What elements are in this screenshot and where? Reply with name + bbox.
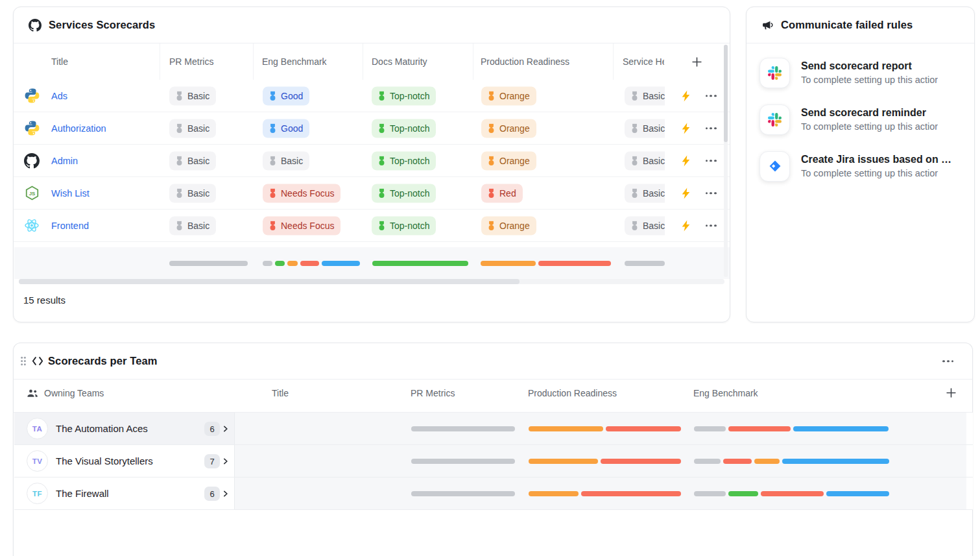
service-row[interactable]: JS Wish List BasicNeeds FocusTop-notchRe… — [14, 177, 730, 210]
github-icon — [23, 152, 40, 169]
production_readiness-badge: Orange — [481, 216, 536, 235]
bar-segment-red — [761, 491, 824, 496]
card-menu-button[interactable] — [940, 358, 957, 364]
expand-team-chevron-icon[interactable] — [221, 489, 230, 498]
column-header-service-health: Service He — [623, 43, 664, 80]
run-action-bolt-button[interactable] — [678, 185, 694, 201]
bar-segment-green — [728, 491, 758, 496]
horizontal-scrollbar-thumb[interactable] — [19, 279, 520, 284]
bar-segment-orange — [481, 261, 536, 266]
docs_maturity-badge: Top-notch — [372, 184, 436, 202]
service_health-badge: Basic — [625, 86, 665, 105]
service_health-badge: Basic — [625, 119, 665, 138]
service-title-link[interactable]: Ads — [51, 80, 67, 112]
rule-subtitle: To complete setting up this actior — [801, 75, 938, 85]
run-action-bolt-button[interactable] — [678, 88, 694, 104]
automation-rule-item[interactable]: Send scorecard report To complete settin… — [759, 58, 965, 88]
production_readiness-badge: Orange — [481, 119, 536, 138]
column-header-production-readiness: Production Readiness — [528, 373, 617, 413]
team-row-aggregation-area — [234, 445, 966, 477]
bar-segment-blue — [826, 491, 889, 496]
pr_metrics-badge: Basic — [169, 86, 216, 105]
run-action-bolt-button[interactable] — [678, 120, 694, 136]
github-icon — [29, 19, 42, 32]
bar-segment-red — [538, 261, 611, 266]
service-title-link[interactable]: Admin — [51, 145, 78, 176]
bar-segment-gray — [625, 261, 665, 266]
bar-segment-gray — [694, 459, 721, 464]
eng_benchmark-badge: Needs Focus — [263, 184, 341, 202]
pr_metrics-badge: Basic — [169, 184, 216, 202]
services-card-header: Services Scorecards — [14, 7, 730, 43]
results-count: 15 results — [23, 295, 66, 306]
team-row[interactable]: TA The Automation Aces 6 — [14, 413, 973, 445]
production_readiness-badge: Orange — [481, 86, 536, 105]
service-title-link[interactable]: Wish List — [51, 177, 90, 209]
run-action-bolt-button[interactable] — [678, 152, 694, 169]
team-row[interactable]: TF The Firewall 6 — [14, 477, 973, 510]
service-health-cell: Basic — [625, 177, 665, 209]
automation-rule-item[interactable]: Create Jira issues based on … To complet… — [759, 151, 965, 181]
vertical-scrollbar-thumb[interactable] — [724, 45, 728, 142]
python-icon — [23, 120, 40, 137]
service-row[interactable]: Frontend BasicNeeds FocusTop-notchOrange… — [14, 210, 730, 242]
service-title-link[interactable]: Frontend — [51, 210, 89, 241]
team-name: The Visual Storytellers — [56, 445, 153, 477]
team-count-badge: 7 — [204, 454, 220, 468]
expand-team-chevron-icon[interactable] — [221, 424, 230, 433]
add-column-button[interactable] — [943, 385, 959, 401]
bar-segment-red — [723, 459, 752, 464]
service-row[interactable]: Authorization BasicGoodTop-notchOrange B… — [14, 112, 730, 145]
bar-segment-red — [581, 491, 681, 496]
docs_maturity-badge: Top-notch — [372, 119, 436, 138]
eng_benchmark-badge: Good — [263, 86, 309, 105]
owning-team-cell[interactable]: TF The Firewall 6 — [14, 477, 234, 509]
drag-handle-icon[interactable] — [19, 356, 27, 366]
service-title-link[interactable]: Authorization — [51, 112, 106, 144]
automation-rule-item[interactable]: Send scorecard reminder To complete sett… — [759, 104, 965, 134]
team-row-aggregation-area — [234, 477, 966, 509]
owning-team-cell[interactable]: TA The Automation Aces 6 — [14, 413, 234, 444]
service-row[interactable]: Ads BasicGoodTop-notchOrange Basic — [14, 80, 730, 112]
service_health-badge: Basic — [625, 151, 665, 170]
code-icon — [32, 356, 43, 366]
docs_maturity-badge: Top-notch — [372, 151, 436, 170]
column-header-pr-metrics: PR Metrics — [169, 43, 213, 80]
bar-segment-gray — [411, 459, 515, 464]
run-action-bolt-button[interactable] — [678, 217, 694, 234]
bar-segment-orange — [529, 491, 579, 496]
jira-icon — [759, 151, 790, 182]
service-health-cell: Basic — [625, 210, 665, 241]
column-header-title: Title — [272, 373, 289, 413]
svg-text:JS: JS — [29, 191, 35, 197]
service-health-cell: Basic — [625, 80, 665, 112]
service_health-badge: Basic — [625, 184, 665, 202]
docs_maturity-badge: Top-notch — [372, 216, 436, 235]
column-header-title: Title — [51, 43, 68, 80]
bar-segment-gray — [411, 426, 515, 431]
team-avatar: TV — [27, 450, 48, 472]
communicate-failed-rules-card: Communicate failed rules Send scorecard … — [746, 6, 975, 322]
slack-icon — [759, 58, 790, 88]
row-menu-button[interactable] — [702, 223, 719, 228]
owning-team-cell[interactable]: TV The Visual Storytellers 7 — [14, 445, 234, 477]
row-menu-button[interactable] — [702, 125, 719, 131]
megaphone-icon — [761, 19, 774, 31]
row-menu-button[interactable] — [702, 93, 719, 99]
rule-title: Create Jira issues based on … — [801, 154, 951, 165]
team-row[interactable]: TV The Visual Storytellers 7 — [14, 445, 973, 477]
bar-segment-blue — [793, 426, 889, 431]
row-menu-button[interactable] — [702, 190, 719, 196]
service-row[interactable]: Admin BasicBasicTop-notchOrange Basic — [14, 145, 730, 177]
rule-title: Send scorecard reminder — [801, 107, 938, 119]
bar-segment-blue — [322, 261, 360, 266]
bar-segment-gray — [694, 491, 726, 496]
bar-segment-orange — [529, 459, 598, 464]
add-column-button[interactable] — [689, 54, 705, 70]
bar-segment-green — [372, 261, 468, 266]
eng_benchmark-badge: Needs Focus — [263, 216, 341, 235]
expand-team-chevron-icon[interactable] — [221, 457, 230, 465]
python-icon — [23, 88, 40, 104]
bar-segment-red — [601, 459, 681, 464]
row-menu-button[interactable] — [702, 158, 719, 163]
